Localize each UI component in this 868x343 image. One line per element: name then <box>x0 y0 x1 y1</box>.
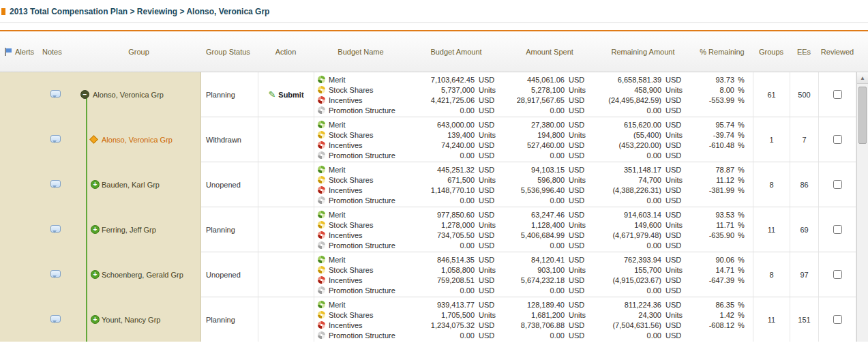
amount-value: 0.00 <box>460 286 475 295</box>
ees-cell: 151 <box>790 297 818 342</box>
unit-label: USD <box>665 166 686 174</box>
unit-label: Units <box>665 221 686 229</box>
amount-line: 63,247.46USD <box>505 209 595 220</box>
amount-line: 0.00USD <box>595 105 691 115</box>
notes-icon[interactable] <box>50 270 61 278</box>
amount-value: 7,103,642.45 <box>431 76 475 84</box>
notes-icon[interactable] <box>50 90 61 98</box>
reviewed-header[interactable]: Reviewed <box>818 31 856 72</box>
group-status-header[interactable]: Group Status <box>201 31 258 72</box>
action-header[interactable]: Action <box>258 31 314 72</box>
notes-icon[interactable] <box>50 135 61 143</box>
action-link[interactable]: Submit <box>278 91 303 99</box>
amount-value: 615,620.00 <box>624 121 661 129</box>
budget-amount-cell: 846,514.35USD1,058,800Units759,208.51USD… <box>408 252 505 297</box>
unit-label: USD <box>569 301 589 309</box>
unit-label: USD <box>479 196 499 205</box>
amount-line: 458,900Units <box>595 85 691 95</box>
unit-label: USD <box>569 241 589 250</box>
group-name[interactable]: Alonso, Veronica Grp <box>93 91 164 99</box>
amount-value: 139,400 <box>447 131 475 139</box>
amount-spent-header[interactable]: Amount Spent <box>505 31 595 72</box>
group-name[interactable]: Yount, Nancy Grp <box>102 316 160 324</box>
amount-spent-cell: 27,380.00USD194,800Units527,460.00USD0.0… <box>505 117 595 162</box>
amount-line: 811,224.36USD <box>595 299 691 310</box>
unit-label: Units <box>569 131 589 139</box>
groups-count: 1 <box>769 136 773 144</box>
group-header[interactable]: Group <box>76 48 201 56</box>
pct-remaining-header[interactable]: % Remaining <box>691 31 753 72</box>
amount-line: 759,208.51USD <box>408 275 505 285</box>
group-name[interactable]: Alonso, Veronica Grp <box>102 136 173 144</box>
amount-line <box>691 195 753 205</box>
amount-value: 0.00 <box>647 286 661 295</box>
budget-name-header[interactable]: Budget Name <box>314 31 408 72</box>
tree-node-diamond-icon[interactable] <box>89 135 98 144</box>
amount-line: 914,603.14USD <box>595 209 691 220</box>
amount-line: (55,400)Units <box>595 130 691 140</box>
amount-value: 734,705.50 <box>437 231 475 239</box>
amount-value: 194,800 <box>537 131 565 139</box>
amount-line: 95.74% <box>691 119 753 130</box>
reviewed-checkbox[interactable] <box>833 90 842 99</box>
reviewed-checkbox[interactable] <box>833 225 842 234</box>
amount-value: 93.53 <box>715 211 734 219</box>
unit-label: USD <box>665 321 686 329</box>
group-name[interactable]: Schoenberg, Gerald Grp <box>102 271 183 279</box>
reviewed-cell <box>818 207 856 252</box>
unit-label: % <box>738 121 747 129</box>
scrollbar-thumb[interactable] <box>858 87 867 144</box>
tree-node-minus-icon[interactable]: − <box>80 90 89 99</box>
amount-value: (4,388,226.31) <box>612 186 661 194</box>
amount-line: 0.00USD <box>595 195 691 205</box>
remaining-amount-cell: 811,224.36USD24,300Units(7,504,631.56)US… <box>595 297 691 342</box>
amount-value: 458,900 <box>634 86 661 94</box>
budget-name: Incentives <box>329 321 363 329</box>
unit-label: USD <box>569 211 589 219</box>
amount-spent-cell: 63,247.46USD1,128,400Units5,406,684.99US… <box>505 207 595 252</box>
panel-handle-icon[interactable] <box>1 8 5 15</box>
group-status: Unopened <box>206 181 241 189</box>
budget-name: Merit <box>329 256 345 264</box>
amount-value: 0.00 <box>550 151 565 160</box>
notes-icon[interactable] <box>50 180 61 188</box>
tree-node-plus-icon[interactable]: + <box>91 225 100 234</box>
unit-label: USD <box>569 256 589 264</box>
amount-value: 5,737,000 <box>441 86 475 94</box>
amount-value: 93.73 <box>715 76 734 84</box>
amount-line: (4,388,226.31)USD <box>595 185 691 195</box>
header-filler <box>856 31 868 72</box>
reviewed-checkbox[interactable] <box>833 135 842 144</box>
budget-name: Merit <box>329 76 345 84</box>
group-name[interactable]: Bauden, Karl Grp <box>102 181 160 189</box>
alerts-header[interactable]: Alerts <box>0 48 42 56</box>
budget-name: Stock Shares <box>329 176 373 184</box>
scroll-up-button[interactable]: ▲ <box>857 72 868 84</box>
reviewed-checkbox[interactable] <box>833 315 842 324</box>
group-name[interactable]: Ferring, Jeff Grp <box>102 226 156 234</box>
amount-value: 914,603.14 <box>624 211 661 219</box>
remaining-amount-header[interactable]: Remaining Amount <box>595 31 691 72</box>
budget-name-cell: MeritStock SharesIncentivesPromotion Str… <box>314 117 408 162</box>
reviewed-checkbox[interactable] <box>833 180 842 189</box>
amount-line: 6,658,581.39USD <box>595 74 691 85</box>
budget-pinwheel-icon <box>318 121 325 128</box>
notes-icon[interactable] <box>50 315 61 323</box>
amount-value: 149,600 <box>634 221 661 229</box>
reviewed-cell <box>818 72 856 117</box>
notes-icon[interactable] <box>50 225 61 233</box>
unit-label: USD <box>569 276 589 284</box>
amount-line: 1,681,200Units <box>505 310 595 320</box>
tree-node-plus-icon[interactable]: + <box>91 270 100 279</box>
tree-node-plus-icon[interactable]: + <box>91 315 100 324</box>
amount-value: 74,700 <box>638 176 661 184</box>
reviewed-checkbox[interactable] <box>833 270 842 279</box>
vertical-scrollbar[interactable]: ▲ <box>856 72 868 342</box>
notes-header[interactable]: Notes <box>42 48 76 56</box>
tree-node-plus-icon[interactable]: + <box>91 180 100 189</box>
unit-label: USD <box>665 301 686 309</box>
unit-label: USD <box>665 211 686 219</box>
ees-header[interactable]: EEs <box>790 31 818 72</box>
budget-amount-header[interactable]: Budget Amount <box>408 31 505 72</box>
groups-header[interactable]: Groups <box>753 31 790 72</box>
